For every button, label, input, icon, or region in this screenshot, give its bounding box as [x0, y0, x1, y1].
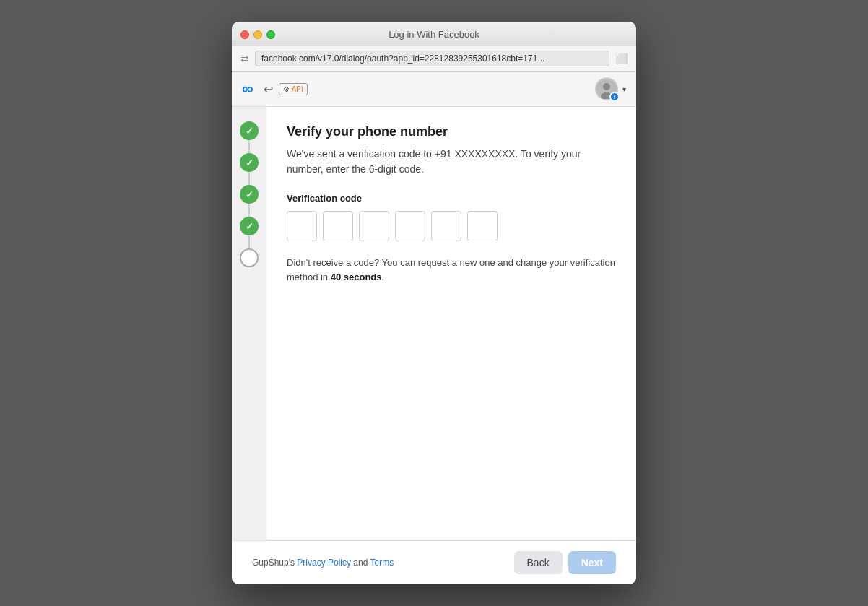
browser-toolbar: ∞ ↩ ⚙ API f: [232, 72, 636, 107]
footer-and: and: [351, 558, 370, 568]
code-input-6[interactable]: [467, 211, 498, 241]
back-button[interactable]: Back: [514, 551, 563, 574]
footer-buttons: Back Next: [514, 551, 616, 574]
footer-privacy-prefix: GupShup's: [252, 558, 297, 568]
url-bar[interactable]: facebook.com/v17.0/dialog/oauth?app_id=2…: [255, 51, 609, 66]
meta-logo: ∞: [242, 79, 253, 98]
connector-3: [248, 204, 250, 217]
next-button[interactable]: Next: [568, 551, 616, 574]
step-1-circle: ✓: [240, 121, 259, 140]
step-3: ✓: [240, 185, 259, 217]
footer-links: GupShup's Privacy Policy and Terms: [252, 558, 394, 568]
step-4: ✓: [240, 217, 259, 248]
browser-content: ✓ ✓ ✓ ✓: [232, 107, 636, 540]
code-input-4[interactable]: [395, 211, 425, 241]
facebook-badge: f: [609, 92, 620, 102]
step-2-circle: ✓: [240, 153, 259, 172]
api-label: API: [292, 85, 303, 93]
page-title: Verify your phone number: [287, 124, 616, 139]
address-bar: ⇄ facebook.com/v17.0/dialog/oauth?app_id…: [232, 46, 636, 72]
connector-2: [248, 172, 250, 185]
step-3-circle: ✓: [240, 185, 259, 204]
resend-text-after: .: [382, 272, 385, 282]
step-2: ✓: [240, 153, 259, 185]
connector-4: [248, 235, 250, 248]
code-input-5[interactable]: [431, 211, 461, 241]
address-icon: ⇄: [240, 53, 249, 64]
terms-link[interactable]: Terms: [370, 558, 394, 568]
resend-countdown: 40 seconds: [331, 272, 382, 282]
step-5: [240, 248, 259, 267]
step-1: ✓: [240, 121, 259, 153]
cast-icon: ⬜: [615, 53, 628, 64]
close-button[interactable]: [240, 30, 249, 39]
dropdown-arrow-icon[interactable]: ▾: [622, 85, 626, 93]
maximize-button[interactable]: [266, 30, 275, 39]
privacy-policy-link[interactable]: Privacy Policy: [297, 558, 351, 568]
main-panel: Verify your phone number We've sent a ve…: [266, 107, 636, 540]
code-input-2[interactable]: [323, 211, 353, 241]
resend-text: Didn't receive a code? You can request a…: [287, 256, 616, 284]
traffic-lights: [240, 30, 275, 39]
steps-sidebar: ✓ ✓ ✓ ✓: [232, 107, 266, 540]
back-icon[interactable]: ↩: [260, 82, 277, 96]
footer: GupShup's Privacy Policy and Terms Back …: [232, 540, 636, 584]
step-4-circle: ✓: [240, 217, 259, 235]
toolbar-right: f ▾: [595, 77, 626, 100]
verification-code-label: Verification code: [287, 193, 616, 204]
window-title: Log in With Facebook: [389, 29, 479, 40]
browser-window: Log in With Facebook ⇄ facebook.com/v17.…: [232, 22, 636, 584]
minimize-button[interactable]: [253, 30, 262, 39]
gear-icon: ⚙: [283, 85, 290, 93]
svg-point-1: [603, 83, 610, 90]
step-5-circle: [240, 248, 259, 267]
toolbar-left: ∞ ↩ ⚙ API: [242, 79, 302, 98]
user-avatar[interactable]: f: [595, 77, 618, 100]
code-input-1[interactable]: [287, 211, 317, 241]
settings-icon[interactable]: ⚙ API: [285, 82, 302, 96]
code-input-group: [287, 211, 616, 241]
page-description: We've sent a verification code to +91 XX…: [287, 147, 616, 177]
code-input-3[interactable]: [359, 211, 389, 241]
connector-1: [248, 140, 250, 153]
title-bar: Log in With Facebook: [232, 22, 636, 46]
